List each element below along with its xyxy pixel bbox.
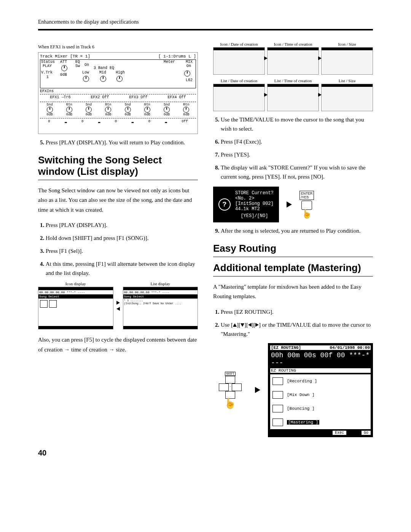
right-step6: Press [F4 (Exec)]. [221, 137, 373, 146]
mid-knob [100, 76, 106, 82]
snd3: Snd [125, 103, 131, 107]
high-label: High [116, 70, 125, 75]
rtn4: Rtn [183, 103, 189, 107]
icon-title: Song Select [38, 294, 113, 299]
efx3: EFX3 Off [129, 95, 147, 99]
arrow-icon [318, 56, 322, 60]
mid-label: Mid [99, 70, 106, 75]
page-number: 40 [38, 449, 373, 457]
dpad-right [232, 383, 242, 391]
s2-pre: Use [ [221, 322, 233, 328]
after-pair-text: Also, you can press [F5] to cycle the di… [38, 335, 198, 355]
store-line3: [InitSong 002] [235, 201, 274, 206]
right-column: Icon / Date of creation Icon / Time of c… [213, 42, 373, 437]
fader5: Off [182, 120, 188, 123]
meter-label: Meter [164, 60, 175, 64]
list-display-caption: List display [123, 281, 198, 286]
hand-press-icon: ☝ [302, 210, 312, 218]
fader-row: 0 ▂ 0 ▂ 0 ▂ 0 ▂ Off [40, 118, 196, 124]
store-prompt-figure: ? STORE Current? <No. 2> [InitSong 002] … [213, 187, 373, 222]
ez-footer-exec: Exec [333, 431, 346, 435]
right-steps-5to8: Use the TIME/VALUE to move the cursor to… [213, 115, 373, 181]
arrow-icon [318, 93, 322, 97]
page: Enhancements to the display and specific… [0, 0, 411, 473]
vtrk-label: V.Trk [41, 70, 53, 75]
snd4-knob [164, 107, 170, 113]
thumb2 [267, 47, 319, 75]
efxins-label: EFXIns [40, 89, 196, 93]
heading-rule-add [213, 276, 373, 276]
switching-step2: Hold down [SHIFT] and press [F1 (SONG)]. [46, 233, 198, 243]
pair-arrows [116, 299, 120, 312]
rtn3v: 0dB [144, 113, 150, 117]
dpad-down [225, 391, 235, 399]
ez-row-mixdown-label: [Mix Down ] [287, 393, 315, 397]
additional-intro: A "Mastering" template for mixdown has b… [213, 282, 373, 302]
switching-step1: Press [PLAY (DISPLAY)]. [46, 220, 198, 230]
arrow-right-icon [116, 301, 120, 305]
hand-press-icon: ☝ [224, 399, 236, 409]
cursor-up-icon [233, 323, 237, 327]
fader1: 0 [48, 120, 50, 123]
thumb3 [321, 47, 373, 75]
heading-switching: Switching the Song Select window (List d… [38, 155, 198, 177]
mixer-title-right: [ 1-1:Drums L ] [158, 54, 196, 59]
thumb1 [213, 47, 265, 75]
mastering-icon [272, 419, 283, 426]
low-label: Low [82, 70, 89, 75]
efx4: EFX4 Off [167, 95, 186, 99]
enter-yes-button-figure: ENTER /YES ☝ [299, 191, 314, 218]
dpad-up [225, 376, 235, 383]
thumb5-cap: List / Time of creation [267, 78, 319, 83]
snd1-knob [47, 107, 53, 113]
list-time: 00.00.00.00.00 ***-* ---- [123, 290, 198, 294]
thumb1-cap: Icon / Date of creation [213, 42, 265, 46]
right-step7: Press [YES]. [221, 150, 373, 159]
thumb4 [213, 84, 265, 111]
right-steps-9: After the song is selected, you are retu… [213, 226, 373, 235]
snd2: Snd [86, 103, 92, 107]
s2-m2: ][ [244, 322, 248, 328]
switching-intro: The Song Select window can now be viewed… [38, 186, 198, 215]
thumb2-cap: Icon / Time of creation [267, 42, 319, 46]
rtn1: Rtn [66, 103, 72, 107]
icon-list-pair: Icon display 00.00.00.00.00 ***-* ---- S… [38, 281, 198, 329]
s2-m1: ][ [237, 322, 241, 328]
arrow-right-icon [287, 201, 292, 208]
left-step5: Press [PLAY (DISPLAY)]. You will return … [46, 138, 198, 147]
cursor-left-icon [248, 323, 252, 327]
recording-icon [272, 377, 283, 385]
list-display-thumb: 00.00.00.00.00 ***-* ---- Song Select * … [123, 287, 198, 329]
arrow-icon [264, 56, 268, 60]
right-step9: After the song is selected, you are retu… [221, 226, 373, 235]
yes-label: /YES [301, 195, 313, 199]
enter-key-icon [301, 201, 312, 210]
thumb4-cap: List / Date of creation [213, 78, 265, 83]
heading-easy-routing: Easy Routing [213, 243, 373, 254]
left-column: When EFX1 is used in Track 6 Track Mixer… [38, 42, 198, 437]
dpad-diagram: SHIFT · ☝ [213, 371, 247, 409]
band-eq-label: 3 Band EQ [94, 66, 114, 70]
fader3: 0 [115, 120, 117, 123]
thumb5 [267, 84, 319, 111]
store-lcd: ? STORE Current? <No. 2> [InitSong 002] … [213, 187, 279, 222]
additional-step2: Use [][][][] or the TIME/VALUE dial to m… [221, 320, 373, 339]
right-step8: The display will ask "STORE Current?" If… [221, 163, 373, 181]
rtn4-knob [183, 107, 189, 113]
pan-knob [184, 70, 190, 77]
snd3v: 0dB [125, 113, 131, 117]
left-steps-5: Press [PLAY (DISPLAY)]. You will return … [38, 138, 198, 147]
heading-rule-easy [213, 257, 373, 257]
ez-row-mastering-label: [Mastering ] [287, 420, 319, 425]
thumb3-cap: Icon / Size [321, 42, 373, 46]
running-head: Enhancements to the display and specific… [38, 19, 373, 25]
snd4v: 0dB [164, 113, 170, 117]
list-title: Song Select [123, 294, 198, 299]
att-value: 0dB [60, 73, 67, 77]
two-columns: When EFX1 is used in Track 6 Track Mixer… [38, 42, 373, 437]
fader4: 0 [148, 120, 150, 123]
right-step5: Use the TIME/VALUE to move the cursor to… [221, 115, 373, 133]
rtn1-knob [66, 107, 72, 113]
mixer-title-left: Track Mixer [TR = 1] [40, 54, 90, 59]
thumbs-row2: List / Date of creation List / Time of c… [213, 78, 373, 111]
